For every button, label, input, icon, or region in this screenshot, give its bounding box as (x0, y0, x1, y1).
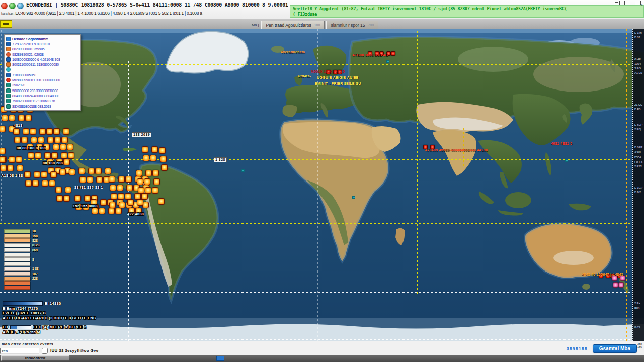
event-marker[interactable] (99, 208, 105, 214)
legend-row[interactable]: 8003110000311 318080000080 (6, 62, 79, 67)
event-marker[interactable] (108, 208, 115, 214)
event-marker[interactable] (143, 155, 149, 161)
minimize-icon[interactable] (624, 1, 630, 5)
legend-row[interactable] (6, 67, 79, 72)
event-marker[interactable] (125, 176, 132, 183)
event-marker[interactable] (38, 137, 44, 143)
event-marker[interactable] (50, 171, 57, 178)
event-marker[interactable] (0, 148, 6, 154)
event-marker[interactable] (78, 168, 85, 174)
geophysics-checkbox[interactable] (42, 348, 48, 354)
event-marker[interactable] (109, 176, 115, 183)
event-marker[interactable] (117, 185, 123, 191)
event-marker[interactable] (51, 152, 58, 159)
event-marker[interactable] (16, 156, 22, 163)
event-marker[interactable] (65, 187, 71, 193)
event-marker[interactable] (59, 169, 66, 175)
event-marker[interactable] (142, 146, 148, 153)
event-marker[interactable] (49, 180, 55, 187)
event-marker[interactable] (136, 170, 142, 176)
event-marker[interactable] (145, 170, 152, 176)
event-marker[interactable] (137, 178, 143, 185)
event-marker[interactable] (18, 115, 25, 121)
event-marker[interactable] (105, 168, 111, 174)
event-marker[interactable] (100, 199, 107, 206)
event-marker[interactable] (161, 164, 168, 171)
legend-row[interactable]: 5808000O1283 330838830008 (6, 88, 79, 93)
event-marker[interactable] (25, 115, 32, 121)
event-marker[interactable] (41, 171, 47, 178)
event-marker[interactable] (9, 115, 15, 121)
tab-summary-report[interactable]: slamniur r spor 15 788 (326, 21, 378, 29)
event-marker[interactable] (34, 171, 40, 178)
event-marker[interactable] (44, 152, 51, 159)
event-marker[interactable] (56, 195, 63, 202)
taskbar-blue-chip[interactable] (216, 356, 224, 361)
event-marker[interactable] (61, 137, 68, 143)
globe-green-icon[interactable] (9, 3, 16, 9)
station-dot[interactable] (386, 60, 389, 63)
event-marker[interactable] (153, 178, 160, 185)
event-marker[interactable] (92, 208, 98, 214)
highlight-tool-button[interactable] (0, 20, 12, 28)
legend-row[interactable]: 1608000930500 6 4.021048 308 (6, 57, 79, 62)
event-marker[interactable] (69, 169, 75, 175)
event-marker[interactable] (24, 171, 31, 178)
event-marker[interactable] (55, 187, 62, 193)
event-marker[interactable] (127, 199, 134, 206)
event-marker[interactable] (118, 193, 124, 200)
map-viewport[interactable]: 481888 88 188 8 18888 188 288A18 58 1 88… (0, 29, 644, 341)
legend-row[interactable]: 882009080013 59985 (6, 47, 79, 52)
event-marker[interactable] (23, 128, 29, 135)
event-marker[interactable] (53, 128, 60, 135)
event-marker[interactable] (144, 178, 150, 185)
event-marker[interactable] (111, 193, 117, 200)
station-dot[interactable] (565, 159, 568, 162)
event-marker[interactable] (63, 128, 69, 135)
legend-row[interactable]: 98289890021 .02938 (6, 52, 79, 57)
event-marker[interactable] (84, 195, 91, 202)
event-marker[interactable] (118, 176, 125, 183)
tab-map-trend[interactable]: Pen traad Agouulctlaros 188 (261, 21, 325, 29)
event-marker[interactable] (0, 126, 6, 132)
event-marker[interactable] (151, 146, 158, 153)
event-marker[interactable] (109, 202, 116, 208)
event-marker[interactable] (87, 176, 93, 183)
event-marker[interactable] (159, 147, 166, 154)
event-marker[interactable] (0, 156, 6, 163)
legend-row[interactable]: 88X0886806588 088.3038 (6, 104, 79, 109)
event-marker[interactable] (2, 115, 8, 121)
event-marker[interactable] (13, 128, 20, 135)
event-marker[interactable] (141, 193, 148, 200)
event-marker[interactable] (160, 156, 167, 162)
event-marker[interactable] (42, 180, 48, 187)
event-marker[interactable] (63, 195, 70, 202)
legend-row[interactable]: 79082800001117 9.80618 76 (6, 99, 79, 104)
event-marker[interactable] (32, 180, 39, 187)
legend-row[interactable]: 7180880005050 (6, 72, 79, 77)
status-input-field[interactable]: zen (0, 348, 39, 354)
event-marker[interactable] (35, 152, 41, 159)
event-marker[interactable] (0, 165, 7, 171)
event-marker[interactable] (152, 170, 159, 176)
event-marker[interactable] (110, 185, 116, 191)
event-marker[interactable] (53, 144, 59, 150)
station-dot[interactable] (352, 196, 355, 199)
event-marker[interactable] (618, 282, 624, 288)
restore-icon[interactable] (614, 1, 620, 5)
event-marker[interactable] (391, 51, 395, 56)
event-marker[interactable] (137, 199, 143, 206)
legend-row[interactable]: 7.2932292811 9 8.831101 (6, 41, 79, 46)
legend-row[interactable]: 80408380824 48080308040308 (6, 93, 79, 98)
event-marker[interactable] (28, 152, 34, 159)
event-marker[interactable] (46, 128, 53, 135)
globe-blue-icon[interactable] (17, 3, 24, 9)
event-marker[interactable] (145, 187, 151, 194)
legend-row[interactable]: 3902928 (6, 83, 79, 88)
event-marker[interactable] (158, 198, 165, 205)
event-marker[interactable] (54, 137, 61, 143)
event-marker[interactable] (126, 185, 133, 191)
event-marker[interactable] (9, 156, 15, 163)
record-icon[interactable] (1, 3, 8, 9)
event-marker[interactable] (115, 208, 122, 214)
